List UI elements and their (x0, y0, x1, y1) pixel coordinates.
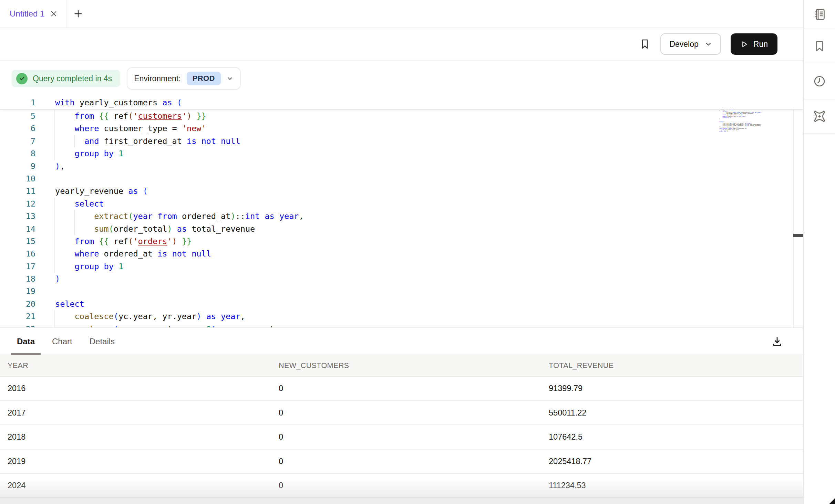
table-cell: 0 (279, 425, 283, 449)
chevron-down-icon (227, 75, 233, 82)
sidebar-item-history[interactable] (804, 63, 835, 99)
results-tab-chart[interactable]: Chart (46, 328, 78, 355)
play-icon (740, 40, 748, 48)
bookmark-query-icon[interactable] (639, 38, 651, 50)
notebook-icon (813, 8, 826, 21)
line-number: 17 (0, 260, 35, 273)
line-number: 5 (0, 110, 35, 122)
tab-bar: Untitled 1 (0, 0, 803, 28)
table-cell: 111234.53 (549, 474, 586, 497)
table-row[interactable]: 20170550011.22 (0, 401, 803, 426)
code-line[interactable]: 11yearly_revenue as ( (0, 185, 803, 197)
query-status-badge: Query completed in 4s (12, 70, 120, 87)
editor-tab-untitled-1[interactable]: Untitled 1 (0, 0, 66, 28)
table-row[interactable]: 20180107642.5 (0, 425, 803, 450)
close-tab-icon[interactable] (50, 10, 58, 18)
code-line[interactable]: 16 where ordered_at is not null (0, 248, 803, 260)
environment-value-badge: PROD (187, 72, 221, 85)
indent-guide (74, 135, 75, 147)
results-tab-data[interactable]: Data (11, 328, 41, 355)
code-line[interactable]: 19 (0, 285, 803, 297)
table-cell: 0 (279, 450, 283, 473)
line-number: 7 (0, 135, 35, 147)
minimap[interactable]: with yearly_customers as ( select extrac… (719, 96, 792, 247)
table-cell: 2017 (8, 401, 25, 424)
indent-guide (54, 110, 55, 160)
indent-guide (54, 198, 55, 273)
code-line[interactable]: 8 group by 1 (0, 147, 803, 160)
plus-icon (73, 9, 83, 19)
line-number: 21 (0, 310, 35, 323)
table-cell: 550011.22 (549, 401, 586, 424)
indent-guide (74, 210, 75, 235)
table-row[interactable]: 20240111234.53 (0, 474, 803, 498)
line-number: 13 (0, 210, 35, 222)
results-tab-bar: DataChartDetails (0, 328, 803, 355)
code-line[interactable]: 15 from {{ ref('orders') }} (0, 235, 803, 248)
overview-ruler-cursor-marker (793, 234, 803, 237)
sidebar-item-dbt[interactable] (804, 99, 835, 134)
column-header-new_customers: NEW_CUSTOMERS (279, 355, 349, 376)
develop-button[interactable]: Develop (660, 33, 721, 55)
dbt-logo-icon (813, 109, 826, 123)
resize-grip[interactable] (829, 498, 835, 504)
clock-history-icon (813, 75, 826, 88)
table-cell: 0 (279, 401, 283, 424)
table-cell: 107642.5 (549, 425, 583, 449)
bookmark-icon (813, 40, 826, 52)
line-number: 6 (0, 122, 35, 135)
tab-label: Untitled 1 (10, 9, 44, 19)
table-cell: 2024 (8, 474, 25, 497)
code-line[interactable]: 10 (0, 172, 803, 185)
code-line[interactable]: 13 extract(year from ordered_at)::int as… (0, 210, 803, 222)
code-line[interactable]: 17 group by 1 (0, 260, 803, 273)
code-line[interactable]: 20select (0, 298, 803, 310)
code-editor[interactable]: 1with yearly_customers as ( 5 from {{ re… (0, 96, 803, 327)
code-line[interactable]: 5 from {{ ref('customers') }} (0, 110, 803, 122)
download-icon (771, 336, 783, 347)
develop-button-label: Develop (669, 40, 698, 49)
code-line[interactable]: 14 sum(order_total) as total_revenue (0, 223, 803, 235)
code-line[interactable]: 21 coalesce(yc.year, yr.year) as year, (0, 310, 803, 323)
code-line[interactable]: 6 where customer_type = 'new' (0, 122, 803, 135)
new-tab-button[interactable] (67, 0, 89, 28)
line-number: 8 (0, 147, 35, 160)
indent-guide (54, 310, 55, 327)
results-tab-details[interactable]: Details (84, 328, 121, 355)
code-line[interactable]: 1with yearly_customers as ( (0, 96, 803, 109)
code-line[interactable]: 7 and first_ordered_at is not null (0, 135, 803, 147)
results-panel: DataChartDetails YEARNEW_CUSTOMERSTOTAL_… (0, 327, 803, 504)
line-number: 12 (0, 198, 35, 210)
status-row: Query completed in 4s Environment: PROD (0, 61, 803, 96)
horizontal-scrollbar-track[interactable] (0, 497, 803, 504)
chevron-down-icon (705, 41, 712, 48)
code-line[interactable]: 9), (0, 160, 803, 172)
code-line[interactable]: 12 select (0, 198, 803, 210)
table-cell: 2025418.77 (549, 450, 591, 473)
table-row[interactable]: 201902025418.77 (0, 450, 803, 474)
code-line[interactable]: 18) (0, 273, 803, 285)
table-cell: 0 (279, 474, 283, 497)
table-cell: 91399.79 (549, 377, 583, 400)
code-lines[interactable]: 5 from {{ ref('customers') }}6 where cus… (0, 110, 803, 327)
environment-selector[interactable]: Environment: PROD (127, 67, 241, 90)
overview-ruler (793, 96, 794, 327)
minimap-line: order by 1 (719, 130, 792, 132)
table-body: 2016091399.7920170550011.2220180107642.5… (0, 377, 803, 498)
line-number: 11 (0, 185, 35, 197)
run-button[interactable]: Run (731, 33, 777, 55)
download-results-button[interactable] (771, 336, 783, 347)
sidebar-item-notebook[interactable] (804, 0, 835, 29)
table-cell: 2019 (8, 450, 25, 473)
code-line[interactable]: 22 coalesce(yc.new_customers, 0) as new_… (0, 323, 803, 327)
table-row[interactable]: 2016091399.79 (0, 377, 803, 401)
line-number: 10 (0, 172, 35, 185)
line-number: 16 (0, 248, 35, 260)
table-cell: 0 (279, 377, 283, 400)
sticky-code-line[interactable]: 1with yearly_customers as ( (0, 96, 803, 110)
sidebar-item-bookmarks[interactable] (804, 29, 835, 63)
line-number: 22 (0, 323, 35, 327)
line-number: 20 (0, 298, 35, 310)
column-header-total_revenue: TOTAL_REVENUE (549, 355, 614, 376)
right-sidebar (803, 0, 835, 504)
